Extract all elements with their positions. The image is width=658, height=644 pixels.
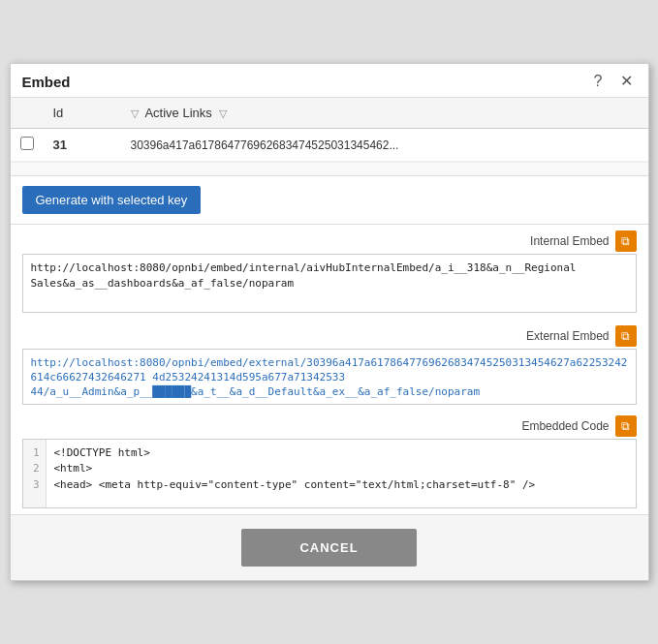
embedded-code-copy-button[interactable]: ⧉ (615, 415, 637, 437)
line-numbers: 1 2 3 (23, 440, 47, 507)
internal-embed-textarea[interactable]: http://localhost:8080/opnbi/embed/intern… (22, 254, 637, 312)
line-num-1: 1 (29, 445, 40, 462)
code-line-2: <html> (54, 461, 628, 477)
filter-icon-right[interactable]: ▽ (219, 107, 227, 119)
internal-embed-label-row: Internal Embed ⧉ (22, 230, 637, 252)
code-line-1: <!DOCTYPE html> (54, 445, 628, 462)
row-checkbox[interactable] (20, 137, 34, 150)
line-num-2: 2 (29, 461, 40, 477)
cancel-button[interactable]: CANCEL (241, 529, 416, 567)
row-links-cell: 30396a417a61786477696268347452503134546​… (121, 129, 648, 162)
line-num-3: 3 (29, 477, 40, 494)
embedded-code-section: Embedded Code ⧉ 1 2 3 <!DOCTYPE html> <h… (11, 412, 648, 514)
help-button[interactable]: ? (590, 72, 607, 91)
embedded-code-display: 1 2 3 <!DOCTYPE html> <html> <head> <met… (22, 439, 637, 508)
internal-embed-section: Internal Embed ⧉ http://localhost:8080/o… (11, 225, 648, 319)
external-embed-textarea[interactable] (22, 349, 637, 405)
horizontal-scrollbar[interactable] (11, 162, 648, 175)
col-header-id: Id (44, 98, 121, 129)
internal-embed-copy-button[interactable]: ⧉ (615, 230, 637, 252)
copy-icon-3: ⧉ (621, 419, 630, 433)
filter-icon[interactable]: ▽ (131, 107, 139, 119)
dialog-body: Id ▽ Active Links ▽ (11, 98, 648, 513)
table-container[interactable]: Id ▽ Active Links ▽ (11, 98, 648, 162)
generate-button[interactable]: Generate with selected key (22, 186, 202, 214)
table-row: 31 30396a417a617864776962683474525031345… (11, 129, 648, 162)
external-embed-section: External Embed ⧉ (11, 320, 648, 412)
embedded-code-label-row: Embedded Code ⧉ (22, 415, 637, 437)
code-line-3: <head> <meta http-equiv="content-type" c… (54, 477, 628, 494)
internal-embed-label: Internal Embed (530, 234, 609, 248)
col-header-checkbox (11, 98, 44, 129)
copy-icon-2: ⧉ (621, 329, 630, 343)
external-embed-copy-button[interactable]: ⧉ (615, 325, 637, 347)
table-section: Id ▽ Active Links ▽ (11, 98, 648, 176)
dialog-title: Embed (22, 74, 71, 90)
code-content: <!DOCTYPE html> <html> <head> <meta http… (47, 440, 636, 507)
embedded-code-label: Embedded Code (521, 419, 609, 433)
embed-table: Id ▽ Active Links ▽ (11, 98, 648, 162)
dialog-header: Embed ? ✕ (11, 64, 648, 98)
col-header-active-links: ▽ Active Links ▽ (121, 98, 648, 129)
row-checkbox-cell (11, 129, 44, 162)
row-id-cell: 31 (44, 129, 121, 162)
close-button[interactable]: ✕ (616, 72, 637, 91)
external-embed-label: External Embed (526, 329, 609, 343)
dialog-footer: CANCEL (11, 514, 648, 580)
header-icons: ? ✕ (590, 72, 637, 91)
embed-dialog: Embed ? ✕ Id ▽ (10, 63, 649, 580)
copy-icon: ⧉ (621, 234, 630, 248)
generate-section: Generate with selected key (11, 176, 648, 225)
external-embed-label-row: External Embed ⧉ (22, 325, 637, 347)
